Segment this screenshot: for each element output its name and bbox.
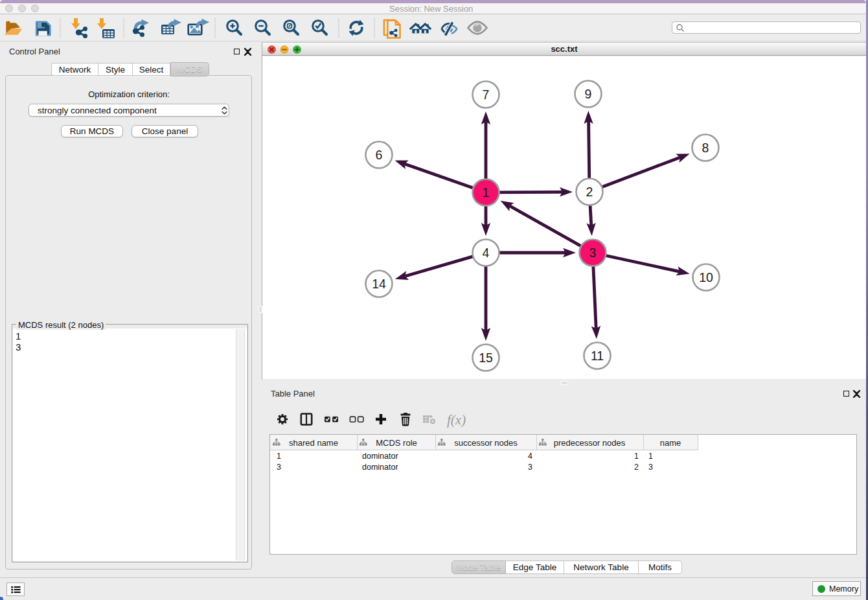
- svg-text:successor nodes: successor nodes: [454, 438, 518, 448]
- svg-text:3: 3: [648, 463, 653, 472]
- svg-text:3: 3: [589, 246, 597, 260]
- svg-text:dominator: dominator: [362, 463, 398, 472]
- svg-text:10: 10: [699, 270, 713, 284]
- svg-text:1: 1: [483, 185, 490, 200]
- svg-text:9: 9: [585, 87, 592, 101]
- svg-text:3: 3: [277, 463, 281, 472]
- svg-text:3: 3: [528, 463, 532, 472]
- svg-text:MCDS role: MCDS role: [376, 438, 417, 448]
- svg-text:14: 14: [372, 277, 386, 291]
- svg-text:predecessor nodes: predecessor nodes: [554, 438, 626, 448]
- svg-text:15: 15: [479, 351, 493, 365]
- svg-text:2: 2: [634, 463, 639, 472]
- svg-text:f(x): f(x): [447, 412, 466, 428]
- svg-text:dominator: dominator: [362, 452, 398, 461]
- svg-text:8: 8: [702, 141, 709, 155]
- svg-text:11: 11: [591, 349, 604, 363]
- svg-text:shared name: shared name: [289, 438, 338, 448]
- svg-text:1: 1: [277, 452, 281, 461]
- svg-text:4: 4: [528, 452, 532, 461]
- svg-text:1: 1: [634, 452, 639, 461]
- svg-text:4: 4: [483, 246, 490, 260]
- svg-text:1: 1: [648, 452, 653, 461]
- svg-text:6: 6: [376, 148, 383, 162]
- svg-text:name: name: [660, 438, 681, 448]
- svg-text:7: 7: [483, 87, 490, 102]
- svg-text:2: 2: [586, 185, 593, 199]
